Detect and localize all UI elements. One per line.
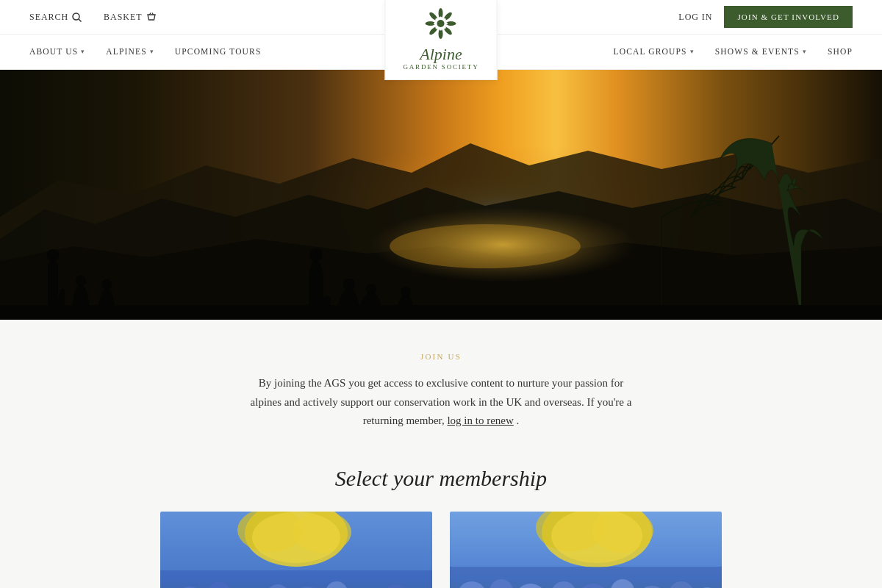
- svg-point-11: [440, 17, 442, 19]
- membership-cards: Single MembershipUK & EIRE Single Member…: [29, 512, 853, 589]
- logo-subtitle: GARDEN SOCIETY: [404, 63, 479, 71]
- svg-point-28: [366, 284, 376, 294]
- chevron-down-icon: ▾: [81, 48, 85, 55]
- join-us-section: JOIN US By joining the AGS you get acces…: [0, 320, 882, 454]
- nav-shows-events[interactable]: SHOWS & EVENTS ▾: [715, 37, 807, 68]
- svg-point-29: [401, 287, 411, 297]
- join-text-before: By joining the AGS you get access to exc…: [251, 377, 632, 426]
- family-membership-flower-image: [450, 512, 722, 589]
- svg-point-26: [309, 248, 323, 262]
- svg-point-23: [47, 249, 59, 261]
- join-text: By joining the AGS you get access to exc…: [250, 374, 632, 431]
- svg-point-24: [76, 276, 86, 286]
- top-bar-right: LOG IN JOIN & GET INVOLVED: [678, 6, 853, 28]
- svg-rect-30: [0, 305, 882, 320]
- search-icon: [72, 12, 82, 22]
- logo-icon: [425, 7, 457, 40]
- svg-point-0: [73, 13, 79, 20]
- single-membership-image: Single MembershipUK & EIRE: [160, 512, 432, 589]
- basket-link[interactable]: BASKET: [104, 12, 156, 23]
- membership-title: Select your membership: [29, 466, 853, 491]
- nav-upcoming-tours[interactable]: UPCOMING TOURS: [175, 37, 262, 68]
- nav-left: ABOUT US ▾ ALPINES ▾ UPCOMING TOURS: [29, 37, 261, 68]
- nav-local-groups[interactable]: LOCAL GROUPS ▾: [614, 37, 695, 68]
- nav-right: LOCAL GROUPS ▾ SHOWS & EVENTS ▾ SHOP: [614, 37, 853, 68]
- svg-point-27: [343, 279, 355, 290]
- search-link[interactable]: SEARCH: [29, 12, 82, 23]
- chevron-down-icon: ▾: [150, 48, 154, 55]
- family-membership-image: Family MembershipUK & EIRE: [450, 512, 722, 589]
- chevron-down-icon: ▾: [690, 48, 695, 55]
- nav-shop[interactable]: SHOP: [828, 37, 853, 68]
- join-label: JOIN US: [29, 352, 853, 361]
- login-link[interactable]: LOG IN: [678, 12, 712, 23]
- hero-section: [0, 70, 882, 320]
- top-bar: SEARCH BASKET: [0, 0, 882, 35]
- svg-point-25: [101, 279, 112, 290]
- single-membership-card[interactable]: Single MembershipUK & EIRE Single Member…: [160, 512, 432, 589]
- login-label: LOG IN: [678, 12, 712, 23]
- svg-point-15: [440, 29, 442, 31]
- svg-point-17: [434, 23, 436, 25]
- family-membership-card[interactable]: Family MembershipUK & EIRE Family Member…: [450, 512, 722, 589]
- basket-icon: [146, 12, 157, 22]
- join-button[interactable]: JOIN & GET INVOLVED: [724, 6, 853, 28]
- svg-line-1: [79, 19, 82, 22]
- chevron-down-icon: ▾: [803, 48, 807, 55]
- svg-point-10: [437, 20, 445, 27]
- single-membership-flower-image: [160, 512, 432, 589]
- logo-title: Alpine: [404, 46, 479, 63]
- top-bar-left: SEARCH BASKET: [29, 12, 157, 23]
- svg-point-35: [252, 512, 340, 563]
- join-text-after: .: [517, 415, 520, 426]
- search-label: SEARCH: [29, 12, 68, 23]
- basket-label: BASKET: [104, 12, 142, 23]
- svg-rect-22: [0, 70, 882, 320]
- membership-section: Select your membership: [0, 454, 882, 589]
- logo[interactable]: Alpine GARDEN SOCIETY: [385, 0, 498, 80]
- svg-point-13: [445, 23, 448, 25]
- nav-about-us[interactable]: ABOUT US ▾: [29, 37, 85, 68]
- nav-alpines[interactable]: ALPINES ▾: [106, 37, 154, 68]
- hero-image: [0, 70, 882, 320]
- login-to-renew-link[interactable]: log in to renew: [447, 415, 513, 426]
